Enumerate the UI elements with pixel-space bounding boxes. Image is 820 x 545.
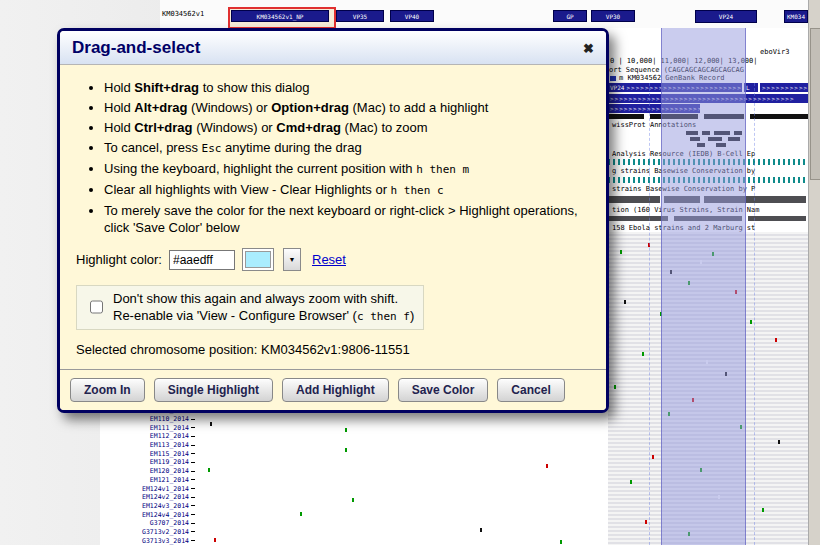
dont-show-line2-post: ): [410, 308, 414, 323]
zoom-in-button[interactable]: Zoom In: [70, 378, 145, 402]
sequence-name[interactable]: EM115_2014: [100, 449, 195, 458]
highlight-color-input[interactable]: [169, 250, 235, 270]
reference-label: KM034562v1: [162, 10, 204, 18]
dialog-body: Hold Shift+drag to show this dialogHold …: [60, 65, 606, 357]
selected-gene-box[interactable]: KM034562v1_NP: [228, 7, 336, 29]
alignment-tick: [210, 422, 212, 426]
gene-vp40[interactable]: VP40: [390, 10, 434, 22]
alignment-tick: [214, 538, 216, 542]
color-dropdown-button[interactable]: ▼: [283, 248, 301, 271]
drag-select-dialog: Drag-and-select ✖ Hold Shift+drag to sho…: [57, 28, 609, 413]
dialog-titlebar[interactable]: Drag-and-select ✖: [60, 31, 606, 65]
add-highlight-button[interactable]: Add Highlight: [282, 378, 389, 402]
alignment-tick: [652, 455, 654, 459]
vertical-scrollbar[interactable]: [808, 0, 820, 545]
gene-vp35[interactable]: VP35: [336, 10, 384, 22]
alignment-tick: [645, 520, 647, 524]
gene-vp24[interactable]: VP24: [695, 10, 757, 23]
sequence-name[interactable]: EM119_2014: [100, 458, 195, 467]
dialog-bullet: Using the keyboard, highlight the curren…: [104, 160, 590, 178]
track-segment: [748, 216, 806, 221]
screen: KM034562v1 KM034562v1_NP VP35 VP40 GP VP…: [0, 0, 820, 545]
sequence-name[interactable]: G3713v2_2014: [100, 528, 195, 537]
reset-link[interactable]: Reset: [312, 252, 346, 267]
alignment-tick: [762, 508, 764, 512]
selected-position-text: Selected chromosome position: KM034562v1…: [76, 342, 590, 357]
sequence-name[interactable]: EM121_2014: [100, 476, 195, 485]
sequence-name[interactable]: EM112_2014: [100, 432, 195, 441]
chevron-down-icon: ▼: [289, 256, 296, 263]
dialog-bullet: Clear all highlights with View - Clear H…: [104, 181, 590, 199]
alignment-tick: [614, 385, 616, 389]
color-swatch[interactable]: [245, 251, 271, 268]
dont-show-line2-pre: Re-enable via 'View - Configure Browser'…: [113, 308, 357, 323]
sequence-name[interactable]: EM124v4_2014: [100, 510, 195, 519]
alignment-tick: [208, 468, 210, 472]
alignment-tick: [642, 352, 644, 356]
alignment-tick: [480, 528, 482, 532]
sequence-name[interactable]: EM110_2014: [100, 415, 195, 424]
gene-track-l-arrows: >>>>>>>>>>>>>>>>>>>>>>>>>>>>>>>>>>>>>>>>: [760, 83, 808, 92]
assembly-label: eboVir3: [760, 48, 790, 56]
dialog-button-bar: Zoom InSingle HighlightAdd HighlightSave…: [60, 369, 606, 410]
sequence-name[interactable]: G3713v3_2014: [100, 536, 195, 545]
alignment-tick: [778, 440, 780, 444]
alignment-tick: [352, 498, 354, 502]
dialog-title: Drag-and-select: [72, 38, 200, 58]
dont-show-line1: Don't show this again and always zoom wi…: [113, 291, 398, 306]
alignment-tick: [630, 480, 632, 484]
alignment-tick: [750, 320, 752, 324]
alignment-tick: [624, 300, 626, 304]
dont-show-line2-code: c then f: [357, 310, 410, 323]
scrollbar-thumb[interactable]: [810, 28, 820, 180]
gene-track-l-box[interactable]: L: [744, 83, 758, 92]
gene-gp[interactable]: GP: [553, 10, 587, 22]
gene-np[interactable]: KM034562v1_NP: [231, 10, 329, 22]
gene-boundary-guide: [649, 83, 650, 545]
dialog-bullet: Hold Alt+drag (Windows) or Option+drag (…: [104, 99, 590, 116]
track-segment: [608, 114, 644, 119]
track-segment: [750, 114, 808, 119]
sequence-name[interactable]: EM113_2014: [100, 441, 195, 450]
sequence-name[interactable]: EM120_2014: [100, 467, 195, 476]
close-icon[interactable]: ✖: [583, 42, 594, 55]
dont-show-checkbox[interactable]: [90, 292, 103, 322]
dialog-bullet: To merely save the color for the next ke…: [104, 202, 590, 236]
alignment-tick: [345, 448, 347, 452]
dialog-bullet-list: Hold Shift+drag to show this dialogHold …: [82, 79, 590, 236]
sequence-name[interactable]: G3707_2014: [100, 519, 195, 528]
alignment-tick: [620, 250, 622, 254]
gene-vp30[interactable]: VP30: [591, 10, 635, 22]
cancel-button[interactable]: Cancel: [497, 378, 564, 402]
dialog-bullet: Hold Shift+drag to show this dialog: [104, 79, 590, 96]
highlight-color-row: Highlight color: ▼ Reset: [76, 248, 590, 271]
dont-show-text: Don't show this again and always zoom wi…: [113, 290, 414, 325]
color-picker[interactable]: [242, 248, 274, 271]
save-color-button[interactable]: Save Color: [398, 378, 489, 402]
highlight-color-label: Highlight color:: [76, 252, 162, 267]
dialog-bullet: Hold Ctrl+drag (Windows) or Cmd+drag (Ma…: [104, 119, 590, 136]
alignment-tick: [345, 428, 347, 432]
sequence-name[interactable]: EM124v3_2014: [100, 502, 195, 511]
single-highlight-button[interactable]: Single Highlight: [154, 378, 273, 402]
alignment-tick: [775, 338, 777, 342]
gene-right-partial[interactable]: KM034: [784, 10, 808, 23]
alignment-tick: [546, 464, 548, 468]
track-segment: [608, 196, 660, 203]
sequence-name-list: EM106_2014EM110_2014EM111_2014EM112_2014…: [100, 406, 195, 545]
sequence-name[interactable]: EM124v2_2014: [100, 493, 195, 502]
sequence-name[interactable]: EM111_2014: [100, 423, 195, 432]
alignment-tick: [560, 540, 562, 544]
track-segment: [608, 216, 668, 221]
dont-show-box: Don't show this again and always zoom wi…: [76, 285, 424, 330]
alignment-tick: [300, 512, 302, 516]
sequence-name[interactable]: EM124v1_2014: [100, 484, 195, 493]
dialog-bullet: To cancel, press Esc anytime during the …: [104, 139, 590, 157]
existing-highlight-band[interactable]: [661, 28, 746, 545]
gene-boundary-guide: [754, 83, 755, 545]
genbank-item-box[interactable]: [610, 76, 616, 81]
